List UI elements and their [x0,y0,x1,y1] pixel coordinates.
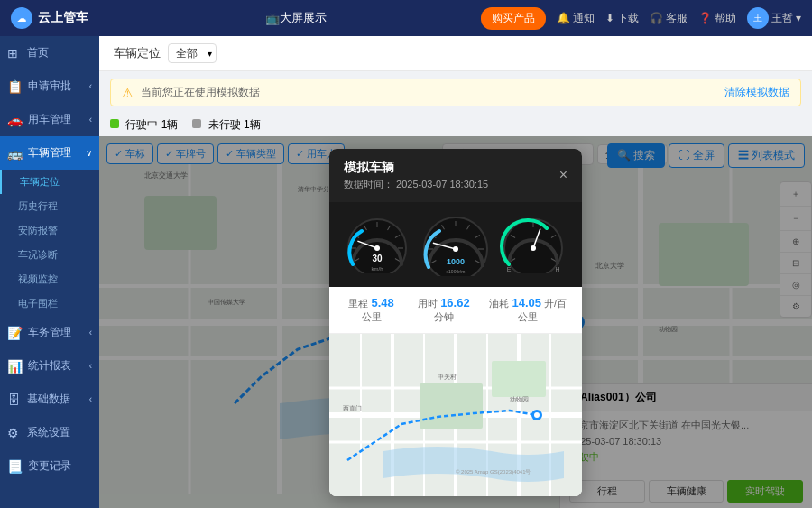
modal-gauges: 30 km/h [329,202,582,287]
sidebar-item-label: 变更记录 [28,458,71,474]
content-area: 车辆定位 全部 ⚠ 当前您正在使用模拟数据 清除模拟数据 行驶中 1辆 未行驶 [99,36,812,508]
driving-label: 行驶中 [125,118,158,131]
sidebar-sub-history[interactable]: 历史行程 [0,194,99,218]
svg-text:中关村: 中关村 [438,374,457,380]
notify-action[interactable]: 🔔 通知 [557,11,595,26]
svg-text:30: 30 [373,254,383,263]
fuel-gauge: E H [500,215,567,273]
sidebar-item-base-data[interactable]: 🗄 基础数据 ‹ [0,383,99,416]
speed-gauge-svg: 30 km/h [344,215,411,273]
svg-point-36 [374,245,380,251]
logo-text: 云上管车 [38,10,88,26]
clear-sim-link[interactable]: 清除模拟数据 [724,85,789,100]
logo-icon: ☁ [11,7,32,29]
svg-point-60 [531,245,536,251]
map-area[interactable]: 北京交通大学 清华中学分校 北京舞蹈学院 中国传媒大学 国家博物馆 北京劳动大学… [99,136,812,508]
green-dot [110,119,119,128]
sidebar-item-label: 车辆管理 [28,145,71,161]
log-icon: 📃 [7,459,23,474]
gear-icon: ⚙ [7,426,22,440]
sidebar-item-label: 申请审批 [28,79,71,94]
stat-time: 用时 16.62 分钟 [413,296,474,324]
alert-text: 当前您正在使用模拟数据 [141,85,260,100]
sidebar-sub-fence[interactable]: 电子围栏 [0,291,99,316]
stat-distance: 里程 5.48 公里 [344,296,399,324]
chevron-right-icon: ‹ [89,328,92,337]
sidebar-item-car-manage[interactable]: 🚗 用车管理 ‹ [0,103,99,136]
svg-point-50 [453,246,458,252]
help-label: 帮助 [715,11,736,26]
avatar: 王 [747,7,769,29]
sidebar-sub-video[interactable]: 视频监控 [0,267,99,291]
logo: ☁ 云上管车 [11,7,110,29]
sidebar-item-change-log[interactable]: 📃 变更记录 [0,449,99,483]
modal-close-button[interactable]: × [559,167,567,183]
mini-map-svg: 中关村 西直门 动物园 © 2025 Amap GS(2023)4041号 [329,334,582,496]
sidebar-item-service-manage[interactable]: 📝 车务管理 ‹ [0,316,99,349]
notify-label: 通知 [573,11,595,26]
stopped-label: 未行驶 [208,118,241,131]
svg-rect-74 [420,383,483,429]
chevron-down-icon: ▾ [796,12,801,24]
driving-count: 1辆 [161,118,179,131]
modal-mini-map: 中关村 西直门 动物园 © 2025 Amap GS(2023)4041号 [329,334,582,496]
chevron-right-icon: ‹ [89,361,92,371]
database-icon: 🗄 [7,393,22,407]
stopped-count: 1辆 [244,118,261,131]
car-icon: 🚗 [7,113,23,127]
download-icon: ⬇ [605,12,614,24]
sidebar-item-label: 车务管理 [28,325,71,340]
home-icon: ⊞ [7,46,22,60]
center-title: 大屏展示 [280,10,327,26]
main-layout: ⊞ 首页 📋 申请审批 ‹ 🚗 用车管理 ‹ 🚌 车辆管理 ∨ 车辆定位 历史行… [0,36,812,508]
download-action[interactable]: ⬇ 下载 [605,11,639,26]
headset-icon: 🎧 [650,12,663,24]
svg-text:西直门: 西直门 [343,405,362,411]
svg-text:E: E [506,266,511,272]
sidebar-sub-location[interactable]: 车辆定位 [0,170,99,194]
svg-rect-75 [492,361,546,397]
modal-header-content: 模拟车辆 数据时间： 2025-03-07 18:30:15 [344,160,488,191]
header: ☁ 云上管车 📺 大屏展示 购买产品 🔔 通知 ⬇ 下载 🎧 客服 ❓ 帮助 王… [0,0,812,36]
stopped-status: 未行驶 1辆 [192,117,260,133]
download-label: 下载 [617,11,639,26]
sidebar-item-label: 系统设置 [27,425,70,440]
chevron-right-icon: ‹ [89,394,92,404]
modal-overlay[interactable]: 模拟车辆 数据时间： 2025-03-07 18:30:15 × [99,136,812,508]
sidebar-item-home[interactable]: ⊞ 首页 [0,36,99,69]
user-action[interactable]: 王 王哲 ▾ [747,7,801,29]
sidebar-item-report[interactable]: 📊 统计报表 ‹ [0,349,99,383]
driving-status: 行驶中 1辆 [110,117,178,133]
timestamp-label: 数据时间： [344,179,393,189]
sidebar-item-label: 用车管理 [28,112,71,127]
svg-text:x1000r/m: x1000r/m [447,269,466,274]
help-action[interactable]: ❓ 帮助 [698,11,736,26]
sidebar-item-label: 基础数据 [27,392,70,407]
header-center: 📺 大屏展示 [110,10,481,26]
sidebar-item-vehicle-manage[interactable]: 🚌 车辆管理 ∨ [0,136,99,170]
modal-stats: 里程 5.48 公里 用时 16.62 分钟 油耗 14.05 升/百公里 [329,287,582,334]
sidebar: ⊞ 首页 📋 申请审批 ‹ 🚗 用车管理 ‹ 🚌 车辆管理 ∨ 车辆定位 历史行… [0,36,99,508]
apply-icon: 📋 [7,79,23,94]
modal-header: 模拟车辆 数据时间： 2025-03-07 18:30:15 × [329,149,582,202]
sidebar-item-apply[interactable]: 📋 申请审批 ‹ [0,69,99,103]
sidebar-sub-diagnostics[interactable]: 车况诊断 [0,243,99,267]
chevron-right-icon: ‹ [89,81,92,91]
rpm-gauge-svg: 1000 x1000r/m [420,213,492,276]
header-center-text: 📺 [265,12,280,25]
header-right: 购买产品 🔔 通知 ⬇ 下载 🎧 客服 ❓ 帮助 王 王哲 ▾ [481,7,801,30]
service-manage-icon: 📝 [7,326,23,340]
service-action[interactable]: 🎧 客服 [650,11,687,26]
vehicle-icon: 🚌 [7,146,23,161]
buy-button[interactable]: 购买产品 [481,7,546,30]
svg-text:1000: 1000 [447,257,465,266]
sidebar-sub-security[interactable]: 安防报警 [0,218,99,243]
sidebar-item-sys-setting[interactable]: ⚙ 系统设置 [0,416,99,449]
svg-text:H: H [555,266,559,272]
speed-gauge: 30 km/h [344,215,411,273]
warning-icon: ⚠ [122,86,134,100]
sidebar-item-label: 首页 [27,45,49,60]
gray-dot [192,119,201,128]
filter-select[interactable]: 全部 [168,43,217,63]
bell-icon: 🔔 [557,12,570,24]
